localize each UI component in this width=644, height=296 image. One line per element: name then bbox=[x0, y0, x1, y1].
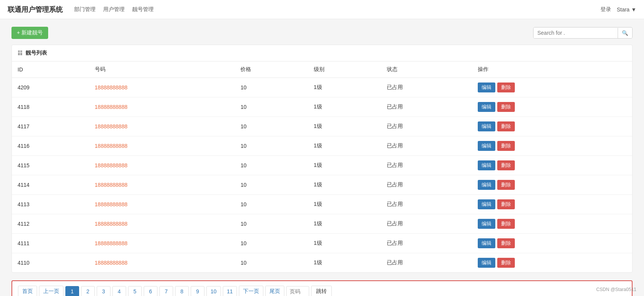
cell-phone: 18888888888 bbox=[89, 195, 235, 214]
list-icon: ☷ bbox=[18, 50, 23, 56]
search-input[interactable] bbox=[534, 27, 618, 38]
search-icon: 🔍 bbox=[622, 30, 628, 36]
page-4-button[interactable]: 4 bbox=[112, 286, 126, 296]
toolbar: + 新建靓号 🔍 bbox=[11, 27, 633, 39]
page-next-button[interactable]: 下一页 bbox=[239, 286, 263, 296]
cell-id: 4113 bbox=[12, 195, 89, 214]
cell-price: 10 bbox=[235, 136, 308, 156]
user-dropdown[interactable]: Stara ▼ bbox=[617, 6, 636, 13]
new-pretty-number-button[interactable]: + 新建靓号 bbox=[11, 27, 48, 39]
login-button[interactable]: 登录 bbox=[600, 6, 611, 13]
table-row: 4110 18888888888 10 1级 已占用 编辑 删除 bbox=[12, 253, 632, 273]
cell-phone: 18888888888 bbox=[89, 136, 235, 156]
cell-id: 4114 bbox=[12, 175, 89, 195]
page-8-button[interactable]: 8 bbox=[175, 286, 189, 296]
delete-button[interactable]: 删除 bbox=[497, 160, 515, 170]
page-5-button[interactable]: 5 bbox=[128, 286, 142, 296]
navbar-left: 联通用户管理系统 部门管理 用户管理 靓号管理 bbox=[8, 5, 154, 14]
edit-button[interactable]: 编辑 bbox=[478, 238, 495, 248]
page-3-button[interactable]: 3 bbox=[97, 286, 110, 296]
edit-button[interactable]: 编辑 bbox=[478, 102, 495, 112]
nav-department[interactable]: 部门管理 bbox=[74, 6, 96, 13]
delete-button[interactable]: 删除 bbox=[497, 219, 515, 229]
page-6-button[interactable]: 6 bbox=[144, 286, 157, 296]
page-2-button[interactable]: 2 bbox=[81, 286, 95, 296]
cell-level: 1级 bbox=[308, 156, 381, 175]
cell-phone: 18888888888 bbox=[89, 117, 235, 136]
col-phone: 号码 bbox=[89, 61, 235, 78]
col-action: 操作 bbox=[472, 61, 632, 78]
page-number-input[interactable] bbox=[286, 286, 309, 296]
delete-button[interactable]: 删除 bbox=[497, 141, 515, 151]
cell-action: 编辑 删除 bbox=[472, 136, 632, 156]
cell-level: 1级 bbox=[308, 97, 381, 117]
cell-status: 已占用 bbox=[381, 175, 472, 195]
cell-id: 4112 bbox=[12, 214, 89, 234]
cell-phone: 18888888888 bbox=[89, 214, 235, 234]
cell-action: 编辑 删除 bbox=[472, 234, 632, 253]
edit-button[interactable]: 编辑 bbox=[478, 121, 495, 131]
cell-price: 10 bbox=[235, 97, 308, 117]
delete-button[interactable]: 删除 bbox=[497, 199, 515, 209]
cell-phone: 18888888888 bbox=[89, 175, 235, 195]
cell-action: 编辑 删除 bbox=[472, 78, 632, 97]
navbar-brand: 联通用户管理系统 bbox=[8, 5, 63, 14]
table-row: 4209 18888888888 10 1级 已占用 编辑 删除 bbox=[12, 78, 632, 97]
nav-user[interactable]: 用户管理 bbox=[103, 6, 125, 13]
cell-price: 10 bbox=[235, 175, 308, 195]
page-7-button[interactable]: 7 bbox=[159, 286, 173, 296]
col-status: 状态 bbox=[381, 61, 472, 78]
page-9-button[interactable]: 9 bbox=[191, 286, 204, 296]
navbar-right: 登录 Stara ▼ bbox=[600, 6, 636, 13]
edit-button[interactable]: 编辑 bbox=[478, 82, 495, 92]
cell-level: 1级 bbox=[308, 117, 381, 136]
search-button[interactable]: 🔍 bbox=[618, 28, 632, 38]
delete-button[interactable]: 删除 bbox=[497, 180, 515, 190]
cell-price: 10 bbox=[235, 156, 308, 175]
dropdown-arrow-icon: ▼ bbox=[631, 6, 636, 13]
table-row: 4113 18888888888 10 1级 已占用 编辑 删除 bbox=[12, 195, 632, 214]
search-box: 🔍 bbox=[533, 27, 633, 39]
edit-button[interactable]: 编辑 bbox=[478, 258, 495, 268]
cell-id: 4118 bbox=[12, 97, 89, 117]
cell-id: 4116 bbox=[12, 136, 89, 156]
delete-button[interactable]: 删除 bbox=[497, 121, 515, 131]
delete-button[interactable]: 删除 bbox=[497, 102, 515, 112]
cell-level: 1级 bbox=[308, 136, 381, 156]
delete-button[interactable]: 删除 bbox=[497, 258, 515, 268]
cell-id: 4110 bbox=[12, 253, 89, 273]
pretty-number-table: ID 号码 价格 级别 状态 操作 4209 18888888888 10 1级… bbox=[12, 61, 632, 272]
table-row: 4118 18888888888 10 1级 已占用 编辑 删除 bbox=[12, 97, 632, 117]
cell-id: 4209 bbox=[12, 78, 89, 97]
page-11-button[interactable]: 11 bbox=[223, 286, 237, 296]
table-row: 4111 18888888888 10 1级 已占用 编辑 删除 bbox=[12, 234, 632, 253]
edit-button[interactable]: 编辑 bbox=[478, 141, 495, 151]
delete-button[interactable]: 删除 bbox=[497, 238, 515, 248]
cell-action: 编辑 删除 bbox=[472, 253, 632, 273]
table-row: 4112 18888888888 10 1级 已占用 编辑 删除 bbox=[12, 214, 632, 234]
cell-level: 1级 bbox=[308, 78, 381, 97]
nav-pretty[interactable]: 靓号管理 bbox=[132, 6, 154, 13]
table-row: 4115 18888888888 10 1级 已占用 编辑 删除 bbox=[12, 156, 632, 175]
cell-status: 已占用 bbox=[381, 253, 472, 273]
table-title: 靓号列表 bbox=[26, 50, 47, 57]
edit-button[interactable]: 编辑 bbox=[478, 160, 495, 170]
cell-action: 编辑 删除 bbox=[472, 214, 632, 234]
page-10-button[interactable]: 10 bbox=[206, 286, 221, 296]
edit-button[interactable]: 编辑 bbox=[478, 180, 495, 190]
cell-price: 10 bbox=[235, 195, 308, 214]
page-jump-button[interactable]: 跳转 bbox=[311, 286, 332, 296]
cell-phone: 18888888888 bbox=[89, 97, 235, 117]
navbar-links: 部门管理 用户管理 靓号管理 bbox=[74, 6, 154, 13]
page-1-button[interactable]: 1 bbox=[65, 286, 79, 296]
page-first-button[interactable]: 首页 bbox=[18, 286, 37, 296]
table-body: 4209 18888888888 10 1级 已占用 编辑 删除 4118 18… bbox=[12, 78, 632, 273]
cell-phone: 18888888888 bbox=[89, 253, 235, 273]
table-row: 4116 18888888888 10 1级 已占用 编辑 删除 bbox=[12, 136, 632, 156]
page-last-button[interactable]: 尾页 bbox=[265, 286, 284, 296]
delete-button[interactable]: 删除 bbox=[497, 82, 515, 92]
edit-button[interactable]: 编辑 bbox=[478, 199, 495, 209]
edit-button[interactable]: 编辑 bbox=[478, 219, 495, 229]
page-prev-button[interactable]: 上一页 bbox=[39, 286, 63, 296]
cell-phone: 18888888888 bbox=[89, 78, 235, 97]
